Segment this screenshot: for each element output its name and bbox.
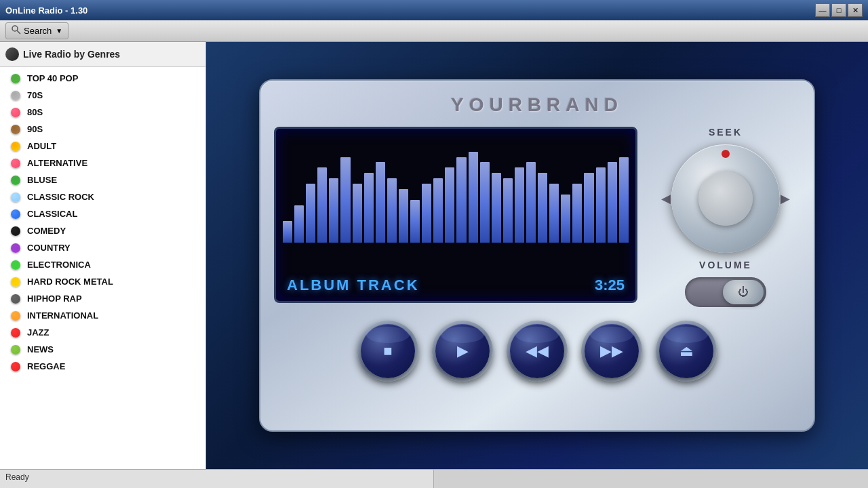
- genre-label: COMEDY: [27, 226, 66, 236]
- status-left: Ready: [0, 470, 434, 488]
- search-icon: [12, 25, 21, 37]
- genre-label: CLASSIC ROCK: [27, 192, 94, 202]
- genre-dot: [11, 345, 20, 354]
- eq-bar: [596, 167, 606, 242]
- display-screen: ALBUM TRACK 3:25: [274, 127, 637, 303]
- eq-bar: [619, 157, 629, 243]
- genre-dot: [11, 294, 20, 304]
- seek-knob-container: ◀ ▶: [671, 144, 780, 253]
- seek-label: SEEK: [709, 127, 743, 138]
- genre-item[interactable]: CLASSIC ROCK: [0, 188, 205, 205]
- genre-label: 80S: [27, 107, 43, 117]
- eq-bar: [306, 184, 315, 243]
- genre-item[interactable]: ELECTRONICA: [0, 256, 205, 273]
- genre-dot: [11, 226, 20, 236]
- search-label: Search: [24, 26, 52, 36]
- genre-dot: [11, 328, 20, 338]
- genre-list[interactable]: TOP 40 POP70S80S90SADULTALTERNATIVEBLUSE…: [0, 67, 205, 469]
- search-button[interactable]: Search ▼: [5, 22, 68, 39]
- eq-bar: [422, 184, 431, 243]
- seek-left-arrow-icon: ◀: [661, 191, 671, 206]
- genre-label: REGGAE: [27, 361, 65, 371]
- eq-bar: [340, 157, 350, 243]
- genre-item[interactable]: COUNTRY: [0, 239, 205, 256]
- genre-item[interactable]: ALTERNATIVE: [0, 155, 205, 171]
- eq-bar: [572, 184, 582, 243]
- genre-dot: [11, 142, 20, 151]
- eq-bar: [526, 162, 536, 242]
- next-button[interactable]: ▶▶: [585, 324, 639, 378]
- player-main: ALBUM TRACK 3:25 SEEK ◀ ▶: [274, 127, 800, 307]
- eq-bar: [561, 195, 570, 243]
- genre-label: TOP 40 POP: [27, 73, 78, 83]
- eq-bar: [469, 152, 478, 243]
- eq-bar: [492, 173, 501, 243]
- seek-knob[interactable]: [671, 144, 780, 253]
- search-dropdown-icon[interactable]: ▼: [56, 27, 62, 35]
- toolbar: Search ▼: [0, 20, 868, 42]
- panel-icon: [5, 47, 19, 61]
- eq-bar: [538, 173, 547, 243]
- eq-bar: [584, 173, 593, 243]
- genre-dot: [11, 74, 20, 83]
- close-button[interactable]: ✕: [848, 3, 863, 17]
- genre-dot: [11, 311, 20, 321]
- genre-item[interactable]: JAZZ: [0, 324, 205, 341]
- genre-item[interactable]: BLUSE: [0, 171, 205, 188]
- genre-list-container: TOP 40 POP70S80S90SADULTALTERNATIVEBLUSE…: [0, 67, 205, 469]
- genre-item[interactable]: REGGAE: [0, 358, 205, 375]
- genre-label: ALTERNATIVE: [27, 158, 87, 168]
- eject-button[interactable]: ⏏: [659, 324, 713, 378]
- genre-item[interactable]: TOP 40 POP: [0, 70, 205, 87]
- genre-label: BLUSE: [27, 175, 57, 185]
- eq-bar: [387, 178, 397, 243]
- prev-btn-outer: ◀◀: [507, 321, 568, 382]
- track-time: 3:25: [595, 277, 625, 294]
- genre-item[interactable]: COMEDY: [0, 222, 205, 239]
- stop-button[interactable]: ■: [361, 324, 415, 378]
- genre-label: CLASSICAL: [27, 209, 77, 219]
- genre-label: HARD ROCK METAL: [27, 277, 113, 287]
- status-right: [434, 470, 868, 488]
- minimize-button[interactable]: —: [815, 3, 830, 17]
- title-bar: OnLine Radio - 1.30 — □ ✕: [0, 0, 868, 20]
- genre-dot: [11, 159, 20, 168]
- genre-item[interactable]: INTERNATIONAL: [0, 307, 205, 324]
- genre-label: ELECTRONICA: [27, 260, 91, 270]
- eq-bar: [329, 178, 338, 243]
- genre-item[interactable]: ADULT: [0, 138, 205, 155]
- power-switch[interactable]: ⏻: [685, 277, 766, 307]
- svg-point-0: [12, 26, 18, 31]
- genre-label: JAZZ: [27, 327, 50, 338]
- track-info: ALBUM TRACK 3:25: [276, 277, 635, 294]
- power-icon: ⏻: [738, 286, 749, 298]
- knob-indicator-dot: [722, 150, 730, 158]
- genre-label: HIPHOP RAP: [27, 293, 82, 304]
- equalizer: [276, 129, 635, 249]
- maximize-button[interactable]: □: [831, 3, 846, 17]
- play-button[interactable]: ▶: [435, 324, 490, 378]
- genre-item[interactable]: NEWS: [0, 341, 205, 358]
- genre-item[interactable]: HIPHOP RAP: [0, 290, 205, 307]
- genre-item[interactable]: CLASSICAL: [0, 205, 205, 222]
- prev-button[interactable]: ◀◀: [510, 324, 564, 378]
- genre-item[interactable]: 90S: [0, 121, 205, 138]
- track-name: ALBUM TRACK: [287, 277, 420, 294]
- volume-label: VOLUME: [699, 260, 752, 270]
- eq-bar: [294, 205, 304, 243]
- eq-bar: [317, 167, 327, 242]
- eq-bar: [503, 178, 513, 243]
- eq-bar: [399, 189, 408, 243]
- genre-item[interactable]: 80S: [0, 104, 205, 121]
- left-panel: Live Radio by Genres TOP 40 POP70S80S90S…: [0, 42, 206, 469]
- genre-item[interactable]: HARD ROCK METAL: [0, 273, 205, 290]
- eq-bar: [376, 162, 385, 242]
- panel-header: Live Radio by Genres: [0, 42, 205, 67]
- eq-bar: [353, 184, 362, 243]
- transport-buttons: ■ ▶ ◀◀ ▶▶ ⏏: [357, 321, 717, 382]
- genre-item[interactable]: 70S: [0, 87, 205, 104]
- next-btn-outer: ▶▶: [581, 321, 642, 382]
- genre-label: NEWS: [27, 344, 54, 354]
- eq-bar: [480, 162, 490, 242]
- genre-dot: [11, 277, 20, 287]
